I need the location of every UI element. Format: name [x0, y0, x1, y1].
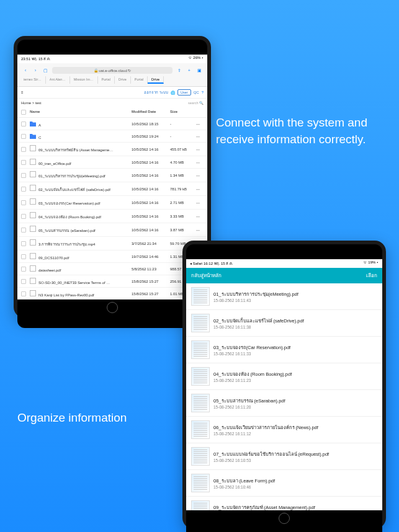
row-checkbox[interactable]: [21, 267, 26, 272]
document-thumbnail: [191, 314, 210, 332]
row-checkbox[interactable]: [21, 134, 26, 139]
file-icon: [30, 239, 36, 246]
document-row[interactable]: 03_ระบบจองรถ(Car Reservation).pdf 15-08-…: [186, 337, 382, 363]
document-row[interactable]: 01_ระบบบริหารการประชุม(eMeeting).pdf 15-…: [186, 283, 382, 310]
file-row[interactable]: 04_ระบบจองห้อง (Room Booking).pdf 10/5/2…: [17, 210, 207, 223]
more-icon[interactable]: ⋯: [196, 228, 204, 232]
status-bar: 23:51 พฤ. 15 ส.ค. ᯤ 26% ◂: [17, 55, 207, 63]
more-icon[interactable]: ⋯: [196, 134, 204, 138]
ipad-right: ◂ Safari 16:12 พฤ. 15 ส.ค. ᯤ 19% ◂ กลับส…: [182, 241, 386, 529]
file-row[interactable]: 00_tran_eOffice.pdf 10/5/2562 14:16 4.70…: [17, 156, 207, 169]
tabs-icon[interactable]: ▣: [196, 68, 202, 74]
qc-badge[interactable]: QC: [194, 91, 199, 94]
search-input[interactable]: search 🔍: [188, 101, 204, 105]
row-checkbox[interactable]: [21, 214, 26, 219]
home-button[interactable]: [279, 513, 290, 524]
document-row[interactable]: 05_ระบบสารบรรณ (eSaraban).pdf 15-08-2562…: [186, 390, 382, 417]
home-button[interactable]: [107, 302, 118, 313]
file-date: 15/8/2562 15:27: [132, 280, 170, 283]
file-row[interactable]: 02_ระบบจัดเก็บและแชร์ไฟล์ (safeDrive).pd…: [17, 182, 207, 196]
file-date: 10/5/2562 19:24: [132, 135, 170, 138]
more-icon[interactable]: ⋯: [196, 147, 204, 151]
help-icon[interactable]: ?: [202, 91, 204, 94]
more-icon[interactable]: ⋯: [196, 173, 204, 177]
browser-tab[interactable]: Mission Im…: [70, 76, 98, 84]
book-icon[interactable]: ▢: [42, 68, 48, 74]
menu-icon[interactable]: ≡: [21, 91, 24, 94]
safari-screen: 23:51 พฤ. 15 ส.ค. ᯤ 26% ◂ ‹ › ▢ 🔒 uat.e-…: [17, 55, 207, 299]
document-row[interactable]: 08_ระบบลา (Leave Form).pdf 15-08-2562 16…: [186, 470, 382, 497]
select-button[interactable]: เลือก: [366, 272, 377, 280]
breadcrumb[interactable]: Home > test: [21, 101, 42, 105]
new-tab-icon[interactable]: +: [186, 68, 192, 74]
browser-tab[interactable]: Portal: [98, 76, 115, 84]
document-row[interactable]: 06_ระบบแจ้งเวียนข่าวสารภายในองค์กร (News…: [186, 417, 382, 443]
browser-tab[interactable]: Drive: [148, 76, 164, 84]
file-row[interactable]: 09_DCS11070.pdf 19/7/2562 14:46 1.31 MB …: [17, 250, 207, 263]
document-thumbnail: [191, 287, 210, 306]
row-checkbox[interactable]: [21, 200, 26, 205]
more-icon[interactable]: ⋯: [196, 187, 204, 191]
url-bar[interactable]: 🔒 uat.e-office.cloud ↻: [52, 67, 173, 74]
share-icon[interactable]: ⇧: [176, 68, 182, 74]
file-row[interactable]: 05_ระบบสารบรรณ (eSaraban).pdf 10/5/2562 …: [17, 223, 207, 237]
file-row[interactable]: 09_ระบบบริหารทรัพย์สิน (Asset Manageme… …: [17, 143, 207, 156]
row-checkbox[interactable]: [21, 160, 26, 165]
file-icon: [30, 198, 36, 205]
file-row[interactable]: 01_ระบบบริหารการประชุม(eMeeting).pdf 10/…: [17, 169, 207, 182]
browser-tab[interactable]: Ant Alan…: [46, 76, 70, 84]
file-icon: [30, 212, 36, 218]
row-checkbox[interactable]: [21, 254, 26, 259]
file-row[interactable]: 3.การพิจารณาวาระการประชุม.mp4 3/7/2562 2…: [17, 237, 207, 250]
site-header: ≡ ออกจาก ระบบ 🌐 User QC ?: [17, 87, 207, 99]
folder-icon: [30, 120, 36, 126]
lang-icon[interactable]: 🌐: [171, 91, 175, 95]
caption-organize: Organize information: [17, 410, 127, 427]
more-icon[interactable]: ⋯: [196, 122, 204, 126]
row-checkbox[interactable]: [21, 241, 26, 246]
caption-connect: Connect with the system and receive info…: [216, 115, 387, 148]
row-checkbox[interactable]: [21, 291, 26, 296]
file-row[interactable]: A 10/5/2562 18:15 - ⋯: [17, 118, 207, 130]
browser-tab[interactable]: iemex Str…: [20, 76, 46, 84]
col-name-header[interactable]: Name: [30, 110, 132, 115]
row-checkbox[interactable]: [21, 122, 26, 126]
file-icon: [30, 185, 36, 191]
status-bar-2: ◂ Safari 16:12 พฤ. 15 ส.ค. ᯤ 19% ◂: [186, 259, 382, 268]
document-row[interactable]: 02_ระบบจัดเก็บและแชร์ไฟล์ (safeDrive).pd…: [186, 310, 382, 337]
file-date: 10/5/2562 14:16: [132, 174, 170, 177]
document-date: 15-08-2562 16:11:43: [213, 298, 377, 303]
select-all-checkbox[interactable]: [21, 110, 26, 115]
file-row[interactable]: C 10/5/2562 19:24 - ⋯: [17, 130, 207, 143]
document-row[interactable]: 07_ระบบแบบฟอร์มขอใช้บริการออนไลน์ (eRequ…: [186, 443, 382, 470]
row-checkbox[interactable]: [21, 173, 26, 178]
row-checkbox[interactable]: [21, 228, 26, 233]
row-checkbox[interactable]: [21, 187, 26, 192]
user-badge[interactable]: User: [177, 89, 191, 95]
document-thumbnail: [191, 500, 210, 510]
file-row[interactable]: N3 Kanji List by FPass-Rev00.pdf 15/8/25…: [17, 288, 207, 299]
file-size: 455.07 kB: [170, 148, 196, 151]
document-row[interactable]: 04_ระบบจองห้อง (Room Booking).pdf 15-08-…: [186, 363, 382, 390]
row-checkbox[interactable]: [21, 147, 26, 152]
document-date: 15-08-2562 16:11:20: [213, 405, 377, 409]
file-row[interactable]: datasheet.pdf 5/8/2562 11:23 988.57 kB ⋯: [17, 263, 207, 275]
more-icon[interactable]: ⋯: [196, 200, 204, 205]
document-row[interactable]: 09_ระบบจัดการครุภัณฑ์ (Asset Management)…: [186, 497, 382, 510]
col-date-header[interactable]: Modified Date: [132, 110, 170, 115]
browser-tab[interactable]: Portal: [131, 76, 148, 84]
file-row[interactable]: 03_ระบบจองรถ(Car Reservation).pdf 10/5/2…: [17, 196, 207, 210]
back-to-main-button[interactable]: กลับสู่หน้าหลัก: [191, 272, 222, 280]
browser-tab[interactable]: Drive: [115, 76, 131, 84]
file-size: 2.71 MB: [170, 201, 196, 205]
document-title: 05_ระบบสารบรรณ (eSaraban).pdf: [213, 397, 377, 404]
more-icon[interactable]: ⋯: [196, 160, 204, 164]
back-icon[interactable]: ‹: [22, 68, 29, 74]
document-thumbnail: [191, 394, 210, 412]
forward-icon[interactable]: ›: [32, 68, 38, 74]
col-size-header[interactable]: Size: [170, 110, 196, 115]
file-row[interactable]: SO-SD-30_00_INET33 Service Terms of … 15…: [17, 275, 207, 288]
logout-link[interactable]: ออกจาก ระบบ: [144, 89, 168, 95]
more-icon[interactable]: ⋯: [196, 214, 204, 218]
row-checkbox[interactable]: [21, 279, 26, 284]
